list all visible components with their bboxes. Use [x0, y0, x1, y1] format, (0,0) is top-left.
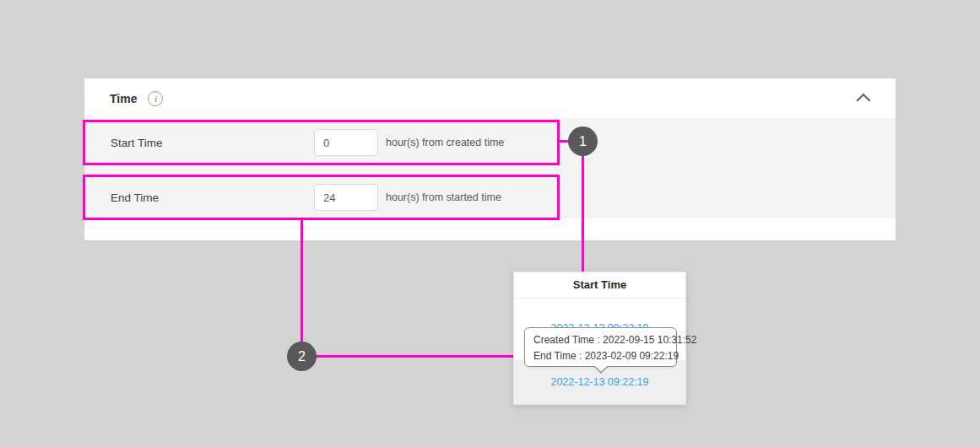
- connector-line-2-vertical: [300, 218, 303, 344]
- tooltip-arrow-fill: [594, 365, 608, 372]
- info-icon[interactable]: i: [148, 91, 163, 106]
- start-time-row: Start Time hour(s) from created time: [83, 120, 560, 165]
- start-time-unit-text: hour(s) from created time: [386, 137, 504, 148]
- tooltip: Created Time : 2022-09-15 10:31:52 End T…: [524, 327, 677, 367]
- popup-title: Start Time: [514, 272, 685, 299]
- chevron-up-icon[interactable]: [856, 93, 870, 107]
- panel-title: Time: [110, 92, 137, 105]
- tooltip-created-time: Created Time : 2022-09-15 10:31:52: [533, 332, 676, 348]
- end-time-label: End Time: [111, 191, 159, 204]
- start-time-input[interactable]: [314, 129, 378, 156]
- annotation-badge-1: 1: [568, 127, 598, 156]
- end-time-unit-text: hour(s) from started time: [386, 191, 501, 203]
- time-panel-header: Time i: [84, 78, 896, 119]
- start-time-label: Start Time: [111, 137, 163, 149]
- end-time-row: End Time hour(s) from started time: [83, 175, 560, 220]
- connector-line-2-horizontal: [316, 355, 525, 358]
- page-background: Time i Start Time hour(s) from created t…: [0, 0, 980, 447]
- annotation-badge-2: 2: [287, 342, 317, 371]
- tooltip-end-time: End Time : 2023-02-09 09:22:19: [533, 348, 676, 364]
- date-option-label: 2022-12-13 09:22:19: [550, 376, 648, 388]
- connector-line-1-vertical: [582, 155, 584, 272]
- end-time-input[interactable]: [314, 184, 378, 211]
